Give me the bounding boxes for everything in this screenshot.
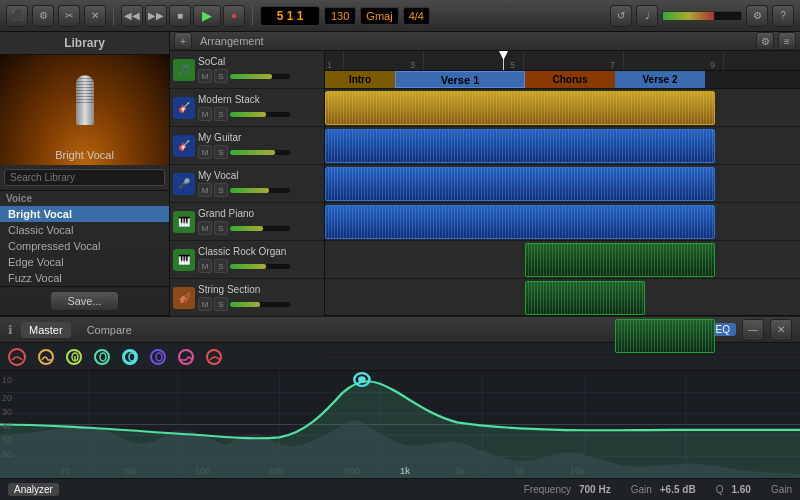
rewind-button[interactable]: ◀◀ <box>121 5 143 27</box>
track-fader[interactable] <box>230 302 290 307</box>
list-item[interactable]: Classic Vocal <box>0 222 169 238</box>
arrangement-label: Arrangement <box>196 35 268 47</box>
sections-bar: Intro Verse 1 Chorus Verse 2 <box>325 71 800 89</box>
track-name: Grand Piano <box>198 208 321 219</box>
track-name: My Guitar <box>198 132 321 143</box>
solo-button[interactable]: S <box>214 69 228 83</box>
clip[interactable] <box>325 167 715 201</box>
track-fader[interactable] <box>230 112 290 117</box>
time-sig-display: 4/4 <box>403 7 430 25</box>
clip[interactable] <box>325 91 715 125</box>
eq-band-3[interactable] <box>66 349 82 365</box>
track-fader[interactable] <box>230 188 290 193</box>
toolbar-btn-4[interactable]: ✕ <box>84 5 106 27</box>
level-bar <box>663 12 714 20</box>
db-label: 50 <box>2 435 12 445</box>
clip[interactable] <box>615 319 715 353</box>
freq-label: 500 <box>345 466 360 476</box>
section-chorus: Chorus <box>525 71 615 88</box>
clip-row <box>325 241 800 279</box>
mute-button[interactable]: M <box>198 221 212 235</box>
eq-band-7[interactable] <box>178 349 194 365</box>
clip[interactable] <box>325 205 715 239</box>
arrangement-toggle[interactable]: ≡ <box>778 32 796 50</box>
eq-band-4[interactable] <box>94 349 110 365</box>
track-fader[interactable] <box>230 74 290 79</box>
library-image: Bright Vocal <box>0 55 169 165</box>
section-intro: Intro <box>325 71 395 88</box>
mute-button[interactable]: M <box>198 297 212 311</box>
gain-label: Gain <box>631 484 652 495</box>
add-track-button[interactable]: + <box>174 32 192 50</box>
mute-button[interactable]: M <box>198 183 212 197</box>
freq-label: 5k <box>515 466 525 476</box>
mute-button[interactable]: M <box>198 259 212 273</box>
eq-graph[interactable]: 20 50 100 200 500 1k 2k 5k 10k 10 20 30 … <box>0 371 800 478</box>
list-item[interactable]: Bright Vocal <box>0 206 169 222</box>
freq-label: 2k <box>455 466 465 476</box>
record-button[interactable]: ● <box>223 5 245 27</box>
save-button[interactable]: Save... <box>50 291 118 311</box>
eq-band-8[interactable] <box>206 349 222 365</box>
mute-button[interactable]: M <box>198 145 212 159</box>
freq-label: 100 <box>195 466 210 476</box>
clip-row <box>325 203 800 241</box>
help-button[interactable]: ? <box>772 5 794 27</box>
db-label: 20 <box>2 393 12 403</box>
stop-button[interactable]: ■ <box>169 5 191 27</box>
forward-button[interactable]: ▶▶ <box>145 5 167 27</box>
toolbar-btn-1[interactable]: ⬛ <box>6 5 28 27</box>
clip[interactable] <box>525 243 715 277</box>
play-button[interactable]: ▶ <box>193 5 221 27</box>
eq-band-5[interactable] <box>122 349 138 365</box>
eq-tab-compare[interactable]: Compare <box>79 322 140 338</box>
tracks-area: + Arrangement ⚙ ≡ 🎵 SoCal M S <box>170 32 800 315</box>
solo-button[interactable]: S <box>214 221 228 235</box>
svg-point-1 <box>100 353 106 361</box>
toolbar-btn-2[interactable]: ⚙ <box>32 5 54 27</box>
track-row: 🎹 Classic Rock Organ M S <box>170 241 324 279</box>
list-item[interactable]: Compressed Vocal <box>0 238 169 254</box>
svg-point-3 <box>156 353 162 361</box>
list-item[interactable]: Edge Vocal <box>0 254 169 270</box>
arrangement-settings[interactable]: ⚙ <box>756 32 774 50</box>
track-name: My Vocal <box>198 170 321 181</box>
q-label: Q <box>716 484 724 495</box>
track-row: 🎸 My Guitar M S <box>170 127 324 165</box>
solo-button[interactable]: S <box>214 259 228 273</box>
eq-tab-master[interactable]: Master <box>21 322 71 338</box>
settings-button[interactable]: ⚙ <box>746 5 768 27</box>
list-item[interactable]: Fuzz Vocal <box>0 270 169 286</box>
track-row: 🎵 SoCal M S <box>170 51 324 89</box>
search-input[interactable] <box>4 169 165 186</box>
solo-button[interactable]: S <box>214 297 228 311</box>
eq-band-2[interactable] <box>38 349 54 365</box>
metronome-button[interactable]: ♩ <box>636 5 658 27</box>
track-icon: 🎵 <box>173 59 195 81</box>
clip[interactable] <box>525 281 645 315</box>
track-controls: 🎵 SoCal M S 🎸 Modern Stack <box>170 51 325 355</box>
mic-mesh <box>76 75 94 105</box>
freq-label: 200 <box>268 466 283 476</box>
eq-band-6[interactable] <box>150 349 166 365</box>
solo-button[interactable]: S <box>214 107 228 121</box>
toolbar-btn-3[interactable]: ✂ <box>58 5 80 27</box>
clip-row <box>325 279 800 317</box>
freq-label: 10k <box>570 466 585 476</box>
mute-button[interactable]: M <box>198 107 212 121</box>
transport-controls: ◀◀ ▶▶ ■ ▶ ● <box>121 5 245 27</box>
solo-button[interactable]: S <box>214 145 228 159</box>
bpm-display: 130 <box>324 7 356 25</box>
freq-label: 50 <box>125 466 135 476</box>
mute-button[interactable]: M <box>198 69 212 83</box>
track-fader[interactable] <box>230 150 290 155</box>
track-fader[interactable] <box>230 226 290 231</box>
eq-band-1[interactable] <box>8 348 26 366</box>
library-search <box>0 165 169 191</box>
analyzer-button[interactable]: Analyzer <box>8 483 59 496</box>
track-fader[interactable] <box>230 264 290 269</box>
solo-button[interactable]: S <box>214 183 228 197</box>
cycle-button[interactable]: ↺ <box>610 5 632 27</box>
library-instrument-name: Bright Vocal <box>55 149 114 161</box>
clip[interactable] <box>325 129 715 163</box>
